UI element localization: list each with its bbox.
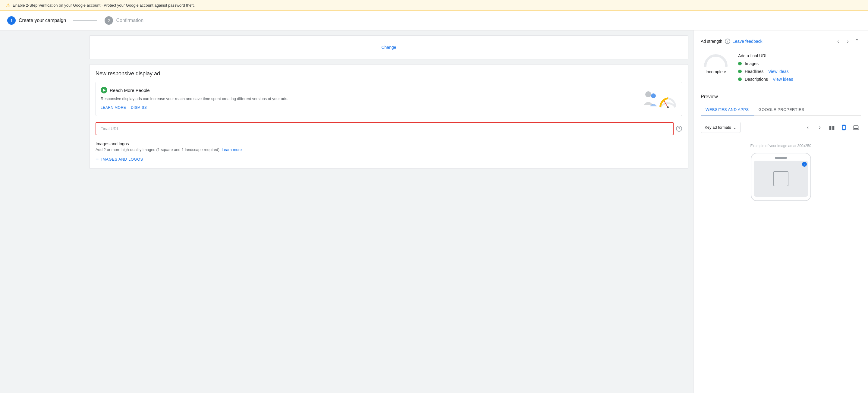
tab-websites-and-apps[interactable]: WEBSITES AND APPS — [701, 104, 754, 115]
preview-tabs: WEBSITES AND APPS GOOGLE PROPERTIES — [701, 104, 861, 116]
reach-actions: LEARN MORE DISMISS — [101, 105, 634, 110]
preview-title: Preview — [701, 94, 861, 99]
images-learn-more-link[interactable]: Learn more — [222, 147, 242, 152]
mobile-device-button[interactable] — [839, 123, 849, 132]
ad-strength-help-icon[interactable]: ? — [725, 38, 730, 44]
info-dot-icon[interactable]: i — [802, 162, 807, 167]
gauge-container: Incomplete — [701, 51, 731, 74]
checklist-item-descriptions: Descriptions View ideas — [738, 77, 861, 82]
reach-banner: ▶ Reach More People Responsive display a… — [96, 82, 682, 116]
checklist-label-descriptions: Descriptions — [745, 77, 768, 82]
preview-prev-button[interactable]: ‹ — [803, 123, 812, 132]
svg-point-1 — [651, 93, 656, 98]
dismiss-link[interactable]: DISMISS — [131, 105, 147, 110]
svg-point-3 — [667, 107, 669, 108]
step-1-circle: 1 — [7, 16, 16, 25]
main-content: Change New responsive display ad ▶ Reach… — [0, 30, 868, 393]
change-card: Change — [89, 35, 688, 59]
learn-more-link[interactable]: LEARN MORE — [101, 105, 126, 110]
reach-title: ▶ Reach More People — [101, 87, 634, 93]
step-2-label: Confirmation — [116, 18, 144, 23]
images-section-desc: Add 2 or more high-quality images (1 squ… — [96, 147, 682, 152]
preview-section: Preview WEBSITES AND APPS GOOGLE PROPERT… — [693, 88, 868, 393]
preview-pause-button[interactable]: ▮▮ — [827, 123, 837, 132]
preview-nav-controls: ‹ › ▮▮ — [803, 123, 861, 132]
warning-icon: ⚠ — [6, 2, 10, 8]
step-1: 1 Create your campaign — [7, 16, 66, 25]
key-ad-formats-label: Key ad formats — [705, 125, 731, 129]
view-ideas-descriptions-link[interactable]: View ideas — [773, 77, 793, 82]
ad-strength-label: Ad strength — [701, 39, 722, 44]
checklist-label-images: Images — [745, 61, 758, 66]
final-url-container: ? — [96, 122, 682, 135]
view-ideas-headlines-link[interactable]: View ideas — [768, 69, 788, 74]
ad-strength-checklist: Add a final URL Images Headlines View id… — [738, 51, 861, 82]
reach-description: Responsive display ads can increase your… — [101, 96, 634, 102]
center-panel: Change New responsive display ad ▶ Reach… — [84, 30, 693, 393]
ad-strength-section: Ad strength ? Leave feedback ‹ › ⌃ I — [693, 30, 868, 88]
nav-prev-button[interactable]: ‹ — [834, 37, 842, 46]
final-url-notice: Add a final URL — [738, 53, 861, 58]
reach-content: ▶ Reach More People Responsive display a… — [101, 87, 634, 110]
warning-text: Enable 2-Step Verification on your Googl… — [13, 3, 195, 7]
step-1-label: Create your campaign — [19, 18, 66, 23]
plus-icon: + — [96, 156, 99, 162]
key-ad-formats-button[interactable]: Key ad formats ⌄ — [701, 122, 741, 133]
gauge-status-label: Incomplete — [706, 69, 726, 74]
ad-strength-header: Ad strength ? Leave feedback ‹ › ⌃ — [701, 36, 861, 46]
ad-card: New responsive display ad ▶ Reach More P… — [89, 64, 688, 169]
preview-example-label: Example of your image ad at 300x250 — [750, 144, 811, 148]
checklist-label-headlines: Headlines — [745, 69, 764, 74]
warning-banner: ⚠ Enable 2-Step Verification on your Goo… — [0, 0, 868, 11]
tab-google-properties[interactable]: GOOGLE PROPERTIES — [754, 104, 809, 115]
checklist-item-headlines: Headlines View ideas — [738, 69, 861, 74]
ad-strength-body: Incomplete Add a final URL Images Headli… — [701, 51, 861, 82]
image-placeholder — [773, 171, 788, 186]
phone-screen: i — [754, 161, 808, 197]
preview-controls: Key ad formats ⌄ ‹ › ▮▮ — [701, 122, 861, 133]
help-icon-final-url[interactable]: ? — [676, 126, 682, 132]
images-section-title: Images and logos — [96, 141, 682, 146]
checklist-dot-images — [738, 62, 742, 65]
stepper-header: 1 Create your campaign 2 Confirmation — [0, 11, 868, 30]
change-link[interactable]: Change — [381, 45, 396, 50]
preview-next-button[interactable]: › — [815, 123, 825, 132]
reach-green-icon: ▶ — [101, 87, 107, 93]
final-url-input[interactable] — [96, 122, 674, 135]
left-sidebar — [0, 30, 84, 393]
checklist-dot-headlines — [738, 70, 742, 73]
phone-mockup: i — [751, 153, 811, 201]
final-url-input-wrapper: ? — [96, 122, 682, 135]
svg-point-0 — [645, 91, 651, 97]
leave-feedback-link[interactable]: Leave feedback — [733, 39, 763, 44]
add-images-button[interactable]: + IMAGES AND LOGOS — [96, 156, 143, 162]
step-divider — [73, 21, 97, 21]
reach-illustration — [638, 87, 677, 111]
chevron-down-icon: ⌄ — [733, 124, 737, 130]
nav-next-button[interactable]: › — [844, 37, 852, 46]
right-panel: Ad strength ? Leave feedback ‹ › ⌃ I — [693, 30, 868, 393]
collapse-button[interactable]: ⌃ — [853, 36, 861, 46]
nav-arrows: ‹ › ⌃ — [834, 36, 861, 46]
phone-notch — [775, 157, 787, 159]
ad-card-title: New responsive display ad — [96, 70, 682, 77]
preview-display: Example of your image ad at 300x250 i — [701, 138, 861, 207]
images-section: Images and logos Add 2 or more high-qual… — [96, 141, 682, 162]
checklist-item-images: Images — [738, 61, 861, 66]
ad-strength-left: Ad strength ? Leave feedback — [701, 38, 762, 44]
step-2-circle: 2 — [104, 16, 113, 25]
step-2: 2 Confirmation — [104, 16, 144, 25]
phone-screen-inner — [754, 161, 808, 197]
checklist-dot-descriptions — [738, 78, 742, 81]
desktop-device-button[interactable] — [851, 123, 861, 132]
